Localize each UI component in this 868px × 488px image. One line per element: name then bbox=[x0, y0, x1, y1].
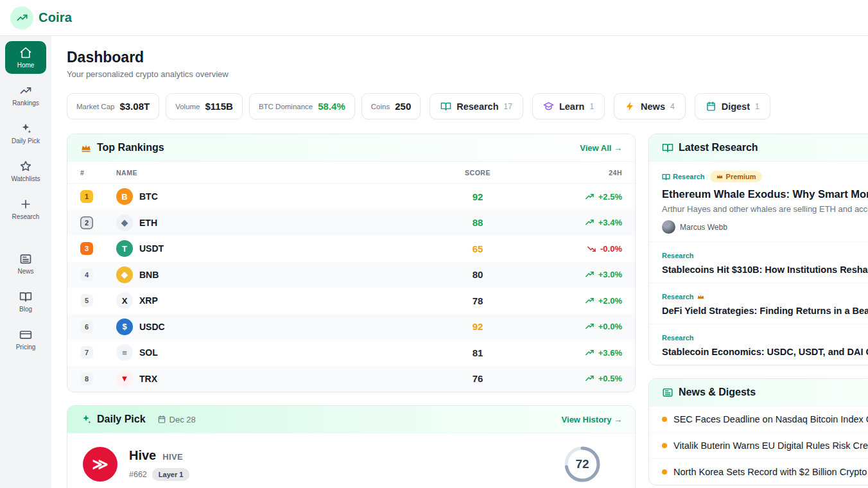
eth-coin-icon: ◆ bbox=[116, 214, 133, 231]
research-title: DeFi Yield Strategies: Finding Returns i… bbox=[662, 306, 868, 316]
sidebar-item-research[interactable]: Research bbox=[5, 193, 46, 225]
research-count-badge: 17 bbox=[504, 102, 512, 111]
learn-button[interactable]: Learn 1 bbox=[532, 93, 605, 119]
score-gauge: 72 bbox=[563, 445, 602, 484]
premium-badge: Premium bbox=[710, 171, 762, 182]
rank-badge: 2 bbox=[80, 216, 93, 229]
coin-score: 88 bbox=[430, 217, 526, 228]
sparkles-icon bbox=[80, 414, 92, 425]
research-list-item[interactable]: Research Stablecoins Hit $310B: How Inst… bbox=[649, 242, 868, 283]
coin-score: 78 bbox=[430, 295, 526, 306]
credit-card-icon bbox=[19, 328, 32, 341]
sidebar-item-blog[interactable]: Blog bbox=[5, 285, 46, 318]
stats-row: Market Cap $3.08T Volume $115B BTC Domin… bbox=[67, 93, 868, 119]
sidebar-item-pricing[interactable]: Pricing bbox=[5, 323, 46, 356]
news-button[interactable]: News 4 bbox=[614, 93, 686, 119]
daily-pick-card: Daily Pick Dec 28 View History → ≫ Hive … bbox=[67, 405, 636, 488]
table-row-eth[interactable]: 2 ◆ETH 88 +3.4% bbox=[67, 210, 635, 236]
view-history-link[interactable]: View History → bbox=[562, 415, 622, 424]
coin-score: 92 bbox=[430, 191, 526, 202]
research-badge: Research bbox=[662, 173, 705, 181]
coin-symbol: BTC bbox=[139, 191, 158, 202]
coin-24h-change: +3.4% bbox=[526, 218, 622, 227]
coin-score: 80 bbox=[430, 269, 526, 280]
news-digests-card: News & Digests SEC Faces Deadline on Nas… bbox=[648, 378, 868, 485]
coin-symbol: XRP bbox=[139, 295, 158, 306]
book-open-icon bbox=[19, 290, 32, 303]
hive-logo: ≫ bbox=[83, 447, 117, 482]
news-list-item[interactable]: SEC Faces Deadline on Nasdaq Bitcoin Ind… bbox=[649, 406, 868, 433]
trend-icon bbox=[586, 193, 595, 200]
news-title: SEC Faces Deadline on Nasdaq Bitcoin Ind… bbox=[673, 414, 868, 424]
rank-badge: 8 bbox=[80, 372, 93, 385]
rank-badge: 5 bbox=[80, 294, 93, 307]
book-open-icon bbox=[662, 173, 670, 181]
newspaper-icon bbox=[662, 387, 673, 398]
zap-icon bbox=[625, 101, 636, 112]
coin-symbol: USDT bbox=[139, 243, 164, 254]
coin-symbol: USDC bbox=[139, 322, 165, 332]
research-description: Arthur Hayes and other whales are sellin… bbox=[662, 204, 868, 214]
calendar-icon bbox=[157, 415, 166, 424]
calendar-icon bbox=[706, 101, 716, 112]
news-list-item[interactable]: North Korea Sets Record with $2 Billion … bbox=[649, 459, 868, 485]
page-title: Dashboard bbox=[67, 49, 868, 66]
sidebar-item-news[interactable]: News bbox=[5, 247, 46, 280]
sparkles-icon bbox=[19, 122, 32, 135]
main-content: Dashboard Your personalized crypto analy… bbox=[51, 36, 868, 488]
crown-icon bbox=[80, 142, 92, 153]
news-digests-header: News & Digests bbox=[649, 379, 868, 406]
coin-symbol: ETH bbox=[139, 218, 157, 228]
news-title: North Korea Sets Record with $2 Billion … bbox=[673, 467, 867, 477]
book-open-icon bbox=[662, 142, 673, 153]
coin-score: 81 bbox=[430, 347, 526, 358]
sidebar: Home Rankings Daily Pick Watchlists Rese… bbox=[0, 36, 51, 488]
crown-icon bbox=[716, 173, 724, 180]
table-row-sol[interactable]: 7 ≡SOL 81 +3.6% bbox=[67, 340, 635, 366]
bullet-dot bbox=[662, 443, 667, 448]
daily-pick-coin-rank: #662 bbox=[129, 470, 147, 479]
newspaper-icon bbox=[19, 252, 32, 265]
view-all-link[interactable]: View All → bbox=[580, 143, 622, 153]
avatar bbox=[662, 220, 675, 234]
research-badge: Research bbox=[662, 252, 694, 259]
research-button[interactable]: Research 17 bbox=[430, 93, 523, 119]
xrp-coin-icon: X bbox=[116, 292, 133, 309]
sidebar-item-home[interactable]: Home bbox=[5, 41, 46, 74]
home-icon bbox=[19, 46, 32, 59]
sidebar-item-daily-pick[interactable]: Daily Pick bbox=[5, 117, 46, 150]
daily-pick-body[interactable]: ≫ Hive HIVE #662 Layer 1 bbox=[67, 433, 635, 488]
page-subtitle: Your personalized crypto analytics overv… bbox=[67, 69, 868, 79]
table-row-trx[interactable]: 8 ▼TRX 76 +0.5% bbox=[67, 366, 635, 392]
card-title: Top Rankings bbox=[97, 142, 164, 153]
table-row-bnb[interactable]: 4 ◆BNB 80 +3.0% bbox=[67, 262, 635, 288]
btc-coin-icon: B bbox=[116, 188, 133, 205]
chart-arrow-icon bbox=[10, 6, 33, 30]
research-list-item[interactable]: Research DeFi Yield Strategies: Finding … bbox=[649, 283, 868, 324]
brand-logo[interactable]: Coira bbox=[10, 6, 72, 30]
coin-score: 65 bbox=[430, 243, 526, 254]
coin-24h-change: +0.0% bbox=[526, 322, 622, 331]
stat-btc-dominance: BTC Dominance 58.4% bbox=[249, 93, 355, 119]
featured-research-item[interactable]: Research Premium Ethereum Whale Exodus: … bbox=[649, 162, 868, 242]
news-list-item[interactable]: Vitalik Buterin Warns EU Digital Rules R… bbox=[649, 433, 868, 459]
table-row-usdt[interactable]: 3 TUSDT 65 -0.0% bbox=[67, 236, 635, 262]
table-row-btc[interactable]: 1 BBTC 92 +2.5% bbox=[67, 184, 635, 210]
sidebar-item-watchlists[interactable]: Watchlists bbox=[5, 155, 46, 187]
table-row-usdc[interactable]: 6 $USDC 92 +0.0% bbox=[67, 314, 635, 340]
rank-badge: 4 bbox=[80, 268, 93, 281]
trend-icon bbox=[586, 349, 595, 356]
latest-research-card: Latest Research Research Premium bbox=[648, 134, 868, 365]
sol-coin-icon: ≡ bbox=[116, 344, 133, 361]
trend-icon bbox=[586, 219, 595, 226]
coin-symbol: BNB bbox=[139, 270, 159, 280]
graduation-cap-icon bbox=[543, 101, 554, 112]
coin-24h-change: +2.5% bbox=[526, 192, 622, 202]
table-row-xrp[interactable]: 5 XXRP 78 +2.0% bbox=[67, 288, 635, 314]
bullet-dot bbox=[662, 469, 667, 475]
sidebar-item-rankings[interactable]: Rankings bbox=[5, 79, 46, 112]
stat-volume: Volume $115B bbox=[166, 93, 243, 119]
research-badge: Research bbox=[662, 293, 705, 301]
research-list-item[interactable]: Research Stablecoin Economics: USDC, USD… bbox=[649, 324, 868, 365]
digest-button[interactable]: Digest 1 bbox=[695, 93, 770, 119]
